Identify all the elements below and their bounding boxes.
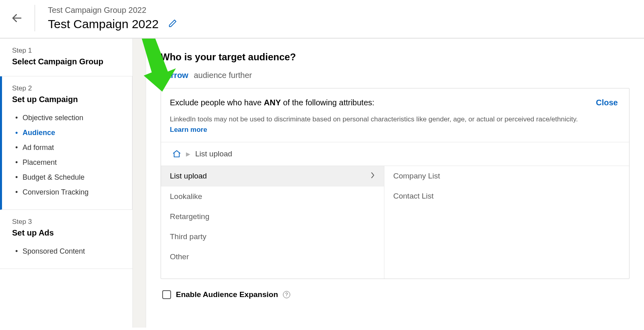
divider	[0, 269, 132, 269]
step-label: Step 2	[12, 84, 123, 92]
annotation-arrow-icon	[133, 39, 180, 92]
exclude-title: Exclude people who have ANY of the follo…	[170, 98, 374, 107]
narrow-rest-text: audience further	[194, 71, 252, 80]
attribute-breadcrumb: ▶ List upload	[161, 142, 629, 166]
step-title: Set up Campaign	[12, 95, 123, 104]
step-title: Set up Ads	[12, 228, 124, 238]
narrow-link[interactable]: Narrow	[161, 71, 188, 80]
attribute-picker: List upload Lookalike Retargeting	[161, 166, 629, 279]
home-icon	[172, 150, 181, 158]
header-titles: Test Campaign Group 2022 Test Campaign 2…	[48, 6, 177, 31]
audience-expansion-label: Enable Audience Expansion	[176, 290, 278, 299]
picker-right-col: Company List Contact List	[384, 166, 629, 279]
edit-campaign-button[interactable]	[168, 19, 177, 29]
picker-item-contact-list[interactable]: Contact List	[384, 186, 629, 206]
audience-expansion-checkbox[interactable]	[162, 290, 171, 299]
step-1-block[interactable]: Step 1 Select Campaign Group	[0, 39, 132, 76]
picker-item-label: Company List	[393, 172, 440, 180]
picker-item-label: Other	[170, 252, 189, 261]
step-2-block: Step 2 Set up Campaign Objective selecti…	[0, 76, 132, 210]
steps-sidebar: Step 1 Select Campaign Group Step 2 Set …	[0, 39, 133, 328]
picker-item-label: Retargeting	[170, 212, 209, 221]
substep-audience[interactable]: Audience	[12, 125, 123, 140]
substep-ad-format[interactable]: Ad format	[12, 140, 123, 155]
picker-item-list-upload[interactable]: List upload	[161, 166, 384, 187]
step-title: Select Campaign Group	[12, 57, 124, 66]
disclaimer-body: LinkedIn tools may not be used to discri…	[170, 115, 578, 123]
step-label: Step 1	[12, 47, 124, 55]
picker-item-lookalike[interactable]: Lookalike	[161, 187, 384, 207]
svg-marker-1	[140, 39, 176, 92]
breadcrumb-current: List upload	[195, 150, 232, 158]
page-header: Test Campaign Group 2022 Test Campaign 2…	[0, 0, 644, 39]
audience-heading: Who is your target audience?	[161, 51, 630, 63]
picker-item-other[interactable]: Other	[161, 247, 384, 267]
narrow-audience-row: Narrow audience further	[161, 71, 630, 80]
exclude-panel: Exclude people who have ANY of the follo…	[161, 88, 630, 279]
campaign-group-name[interactable]: Test Campaign Group 2022	[48, 6, 177, 15]
picker-left-col: List upload Lookalike Retargeting	[161, 166, 384, 279]
pencil-icon	[168, 19, 177, 28]
step-label: Step 3	[12, 218, 124, 226]
exclude-title-any: ANY	[264, 98, 281, 107]
back-button[interactable]	[10, 11, 24, 25]
audience-expansion-row: Enable Audience Expansion ?	[161, 290, 630, 299]
chevron-right-icon	[370, 172, 375, 181]
picker-item-company-list[interactable]: Company List	[384, 166, 629, 186]
disclaimer-text: LinkedIn tools may not be used to discri…	[161, 115, 629, 142]
picker-item-label: List upload	[170, 172, 207, 180]
picker-item-label: Third party	[170, 232, 206, 241]
substep-sponsored-content[interactable]: Sponsored Content	[12, 244, 124, 259]
substep-objective-selection[interactable]: Objective selection	[12, 111, 123, 125]
exclude-title-pre: Exclude people who have	[170, 98, 264, 107]
substep-conversion-tracking[interactable]: Conversion Tracking	[12, 185, 123, 200]
help-icon[interactable]: ?	[283, 291, 290, 298]
breadcrumb-home-button[interactable]	[172, 150, 181, 158]
picker-item-label: Lookalike	[170, 192, 202, 201]
picker-item-retargeting[interactable]: Retargeting	[161, 207, 384, 227]
picker-item-label: Contact List	[393, 192, 433, 201]
chevron-right-icon: ▶	[186, 151, 190, 157]
header-divider	[35, 5, 35, 31]
step-3-block[interactable]: Step 3 Set up Ads Sponsored Content	[0, 210, 132, 269]
substep-budget-schedule[interactable]: Budget & Schedule	[12, 170, 123, 185]
learn-more-link[interactable]: Learn more	[170, 125, 618, 135]
close-exclude-link[interactable]: Close	[596, 98, 618, 107]
main-area: Who is your target audience? Narrow audi…	[133, 39, 644, 328]
picker-item-third-party[interactable]: Third party	[161, 227, 384, 247]
campaign-name: Test Campaign 2022	[48, 17, 159, 31]
exclude-title-post: of the following attributes:	[281, 98, 374, 107]
substep-placement[interactable]: Placement	[12, 155, 123, 170]
arrow-left-icon	[11, 12, 23, 24]
